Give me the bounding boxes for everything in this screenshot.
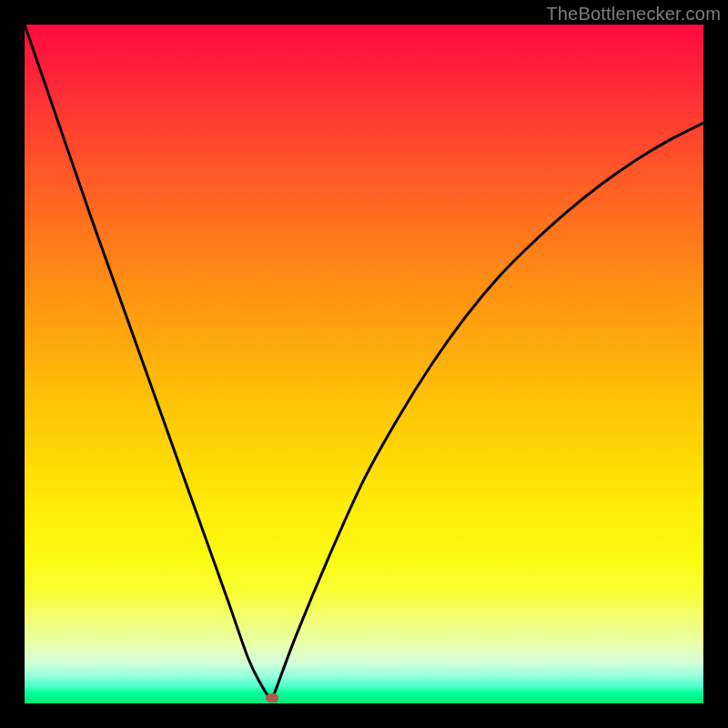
curve-svg [25, 25, 703, 703]
plot-area [25, 25, 703, 703]
chart-frame: TheBottlenecker.com [0, 0, 728, 728]
watermark-text: TheBottlenecker.com [546, 4, 721, 25]
minimum-marker [266, 693, 278, 703]
bottleneck-curve [25, 25, 703, 699]
